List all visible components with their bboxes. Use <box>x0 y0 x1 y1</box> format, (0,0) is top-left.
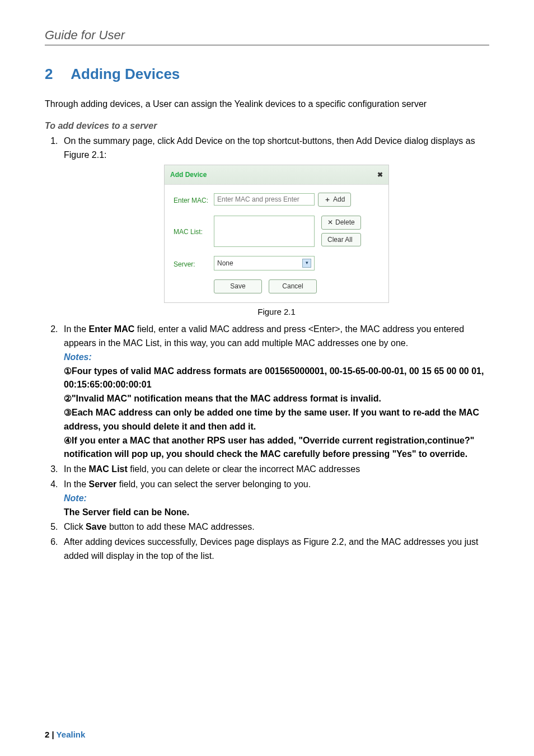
save-button[interactable]: Save <box>214 279 262 293</box>
note-3: ③Each MAC address can only be added one … <box>64 406 489 434</box>
label-mac-list: MAC List: <box>174 216 214 237</box>
close-icon[interactable]: ✖ <box>377 170 383 180</box>
add-button[interactable]: ＋Add <box>318 193 351 207</box>
sub-heading: To add devices to a server <box>45 121 489 131</box>
delete-button[interactable]: ✕Delete <box>321 216 361 230</box>
delete-button-label: Delete <box>335 217 355 228</box>
server-select[interactable]: None ▾ <box>214 256 315 271</box>
add-device-dialog: Add Device ✖ Enter MAC: ＋Add MAC List: <box>164 165 389 303</box>
enter-mac-input[interactable] <box>214 193 315 206</box>
note-1: ①Four types of valid MAC address formats… <box>64 365 489 393</box>
step-3-bold: MAC List <box>88 464 127 474</box>
note-4: ④If you enter a MAC that another RPS use… <box>64 434 489 462</box>
clear-all-button[interactable]: Clear All <box>321 233 361 247</box>
intro-paragraph: Through adding devices, a User can assig… <box>45 97 489 111</box>
step-5-prefix: Click <box>64 522 86 531</box>
footer-sep: | <box>49 730 56 739</box>
step-2-prefix: In the <box>64 324 88 334</box>
x-icon: ✕ <box>327 217 333 228</box>
step-2: In the Enter MAC field, enter a valid MA… <box>60 323 489 461</box>
notes-label: Notes: <box>64 351 489 365</box>
step-1-text: On the summary page, click Add Device on… <box>64 136 475 160</box>
label-enter-mac: Enter MAC: <box>174 193 214 206</box>
step-3-prefix: In the <box>64 464 88 474</box>
step-5: Click Save button to add these MAC addre… <box>60 520 489 534</box>
section-title: Adding Devices <box>71 66 180 82</box>
step-1: On the summary page, click Add Device on… <box>60 134 489 318</box>
steps-list: On the summary page, click Add Device on… <box>45 134 489 563</box>
step-3-suffix: field, you can delete or clear the incor… <box>128 464 360 474</box>
mac-list-box[interactable] <box>214 216 315 247</box>
footer-brand: Yealink <box>57 730 86 739</box>
page-footer: 2 | Yealink <box>45 730 85 739</box>
figure-2-1: Add Device ✖ Enter MAC: ＋Add MAC List: <box>64 165 489 303</box>
plus-icon: ＋ <box>324 194 331 205</box>
dialog-action-row: Save Cancel <box>214 279 380 293</box>
server-select-value: None <box>217 258 233 269</box>
step-4: In the Server field, you can select the … <box>60 478 489 519</box>
step-4-suffix: field, you can select the server belongi… <box>116 479 311 489</box>
label-server: Server: <box>174 257 214 270</box>
step-5-bold: Save <box>86 522 106 531</box>
step-4-bold: Server <box>88 479 116 489</box>
step-4-prefix: In the <box>64 479 88 489</box>
figure-caption: Figure 2.1 <box>64 305 489 318</box>
cancel-button[interactable]: Cancel <box>269 279 317 293</box>
add-button-label: Add <box>333 194 345 205</box>
note-body-4: The Server field can be None. <box>64 506 489 520</box>
step-2-bold: Enter MAC <box>88 324 134 334</box>
step-5-suffix: button to add these MAC addresses. <box>106 522 254 531</box>
clear-all-button-label: Clear All <box>327 235 353 245</box>
section-number: 2 <box>45 66 67 83</box>
dialog-title: Add Device <box>170 170 207 180</box>
dialog-body: Enter MAC: ＋Add MAC List: ✕Delete Cl <box>165 185 388 302</box>
section-heading: 2 Adding Devices <box>45 66 489 83</box>
chevron-down-icon: ▾ <box>302 259 311 268</box>
page-header: Guide for User <box>45 28 489 45</box>
row-enter-mac: Enter MAC: ＋Add <box>174 193 380 207</box>
row-server: Server: None ▾ <box>174 256 380 271</box>
row-mac-list: MAC List: ✕Delete Clear All <box>174 216 380 247</box>
step-6: After adding devices successfully, Devic… <box>60 535 489 563</box>
dialog-header: Add Device ✖ <box>165 165 388 185</box>
step-3: In the MAC List field, you can delete or… <box>60 463 489 477</box>
note-label-4: Note: <box>64 492 489 506</box>
note-2: ②"Invalid MAC" notification means that t… <box>64 392 489 406</box>
